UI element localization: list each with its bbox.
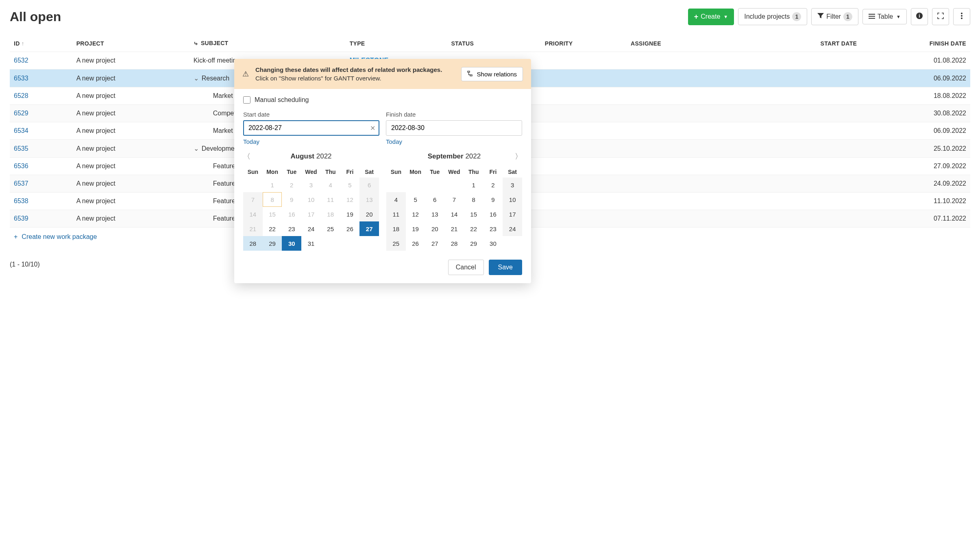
manual-scheduling-toggle[interactable]: Manual scheduling [243,96,522,104]
calendar-day[interactable]: 3 [301,178,321,192]
view-mode-button[interactable]: Table ▼ [862,9,907,24]
save-button[interactable]: Save [489,260,522,275]
col-priority[interactable]: PRIORITY [541,35,627,52]
calendar-day[interactable]: 18 [386,221,406,236]
calendar-day[interactable]: 8 [263,192,282,207]
calendar-day[interactable]: 30 [282,236,301,251]
manual-scheduling-checkbox[interactable] [243,96,250,104]
calendar-day[interactable]: 6 [359,178,379,192]
work-package-id-link[interactable]: 6528 [14,92,28,99]
calendar-day[interactable]: 26 [406,236,425,251]
clear-start-icon[interactable]: ✕ [370,124,375,132]
more-button[interactable] [953,8,970,25]
calendar-day[interactable]: 27 [425,236,444,251]
cancel-button[interactable]: Cancel [448,260,484,275]
calendar-day[interactable]: 15 [263,207,282,221]
calendar-day[interactable]: 25 [386,236,406,251]
calendar-day[interactable]: 11 [321,192,340,207]
calendar-day[interactable]: 14 [243,207,263,221]
calendar-day[interactable]: 17 [503,207,522,221]
calendar-day[interactable]: 14 [444,207,464,221]
prev-month-icon[interactable]: 〈 [243,152,250,161]
start-today-link[interactable]: Today [243,138,259,145]
calendar-day[interactable]: 9 [483,192,503,207]
chevron-down-icon[interactable]: ⌄ [194,74,199,82]
calendar-day[interactable]: 16 [483,207,503,221]
col-finish-date[interactable]: FINISH DATE [861,35,970,52]
calendar-day[interactable]: 30 [483,236,503,251]
calendar-day[interactable]: 21 [243,221,263,236]
calendar-day[interactable]: 19 [340,207,360,221]
calendar-day[interactable]: 28 [243,236,263,251]
calendar-day[interactable]: 7 [444,192,464,207]
calendar-day[interactable]: 4 [321,178,340,192]
include-projects-button[interactable]: Include projects 1 [738,8,807,25]
col-project[interactable]: PROJECT [72,35,189,52]
calendar-day[interactable]: 24 [301,221,321,236]
calendar-day[interactable]: 3 [503,178,522,192]
calendar-day[interactable]: 12 [340,192,360,207]
calendar-day[interactable]: 13 [359,192,379,207]
col-type[interactable]: TYPE [346,35,447,52]
calendar-day[interactable]: 10 [503,192,522,207]
show-relations-button[interactable]: Show relations [461,67,523,81]
finish-date-input[interactable] [386,120,522,136]
calendar-day[interactable]: 23 [282,221,301,236]
calendar-day[interactable]: 11 [386,207,406,221]
calendar-day[interactable]: 17 [301,207,321,221]
next-month-icon[interactable]: 〉 [515,152,522,161]
calendar-day[interactable]: 10 [301,192,321,207]
calendar-day[interactable]: 16 [282,207,301,221]
calendar-day[interactable]: 22 [464,221,483,236]
work-package-id-link[interactable]: 6538 [14,197,28,204]
calendar-day[interactable]: 20 [425,221,444,236]
calendar-day[interactable]: 18 [321,207,340,221]
filter-button[interactable]: Filter 1 [811,8,858,25]
col-subject[interactable]: ⤷SUBJECT [189,35,346,52]
calendar-day[interactable]: 26 [340,221,360,236]
calendar-day[interactable]: 7 [243,192,263,207]
calendar-day[interactable]: 24 [503,221,522,236]
calendar-day[interactable]: 1 [464,178,483,192]
calendar-day[interactable]: 21 [444,221,464,236]
calendar-day[interactable]: 19 [406,221,425,236]
calendar-day[interactable]: 2 [483,178,503,192]
work-package-id-link[interactable]: 6539 [14,215,28,222]
col-status[interactable]: STATUS [447,35,540,52]
col-id[interactable]: ID↑ [10,35,72,52]
work-package-id-link[interactable]: 6529 [14,110,28,117]
calendar-day[interactable]: 1 [263,178,282,192]
work-package-id-link[interactable]: 6535 [14,145,28,152]
calendar-day[interactable]: 12 [406,207,425,221]
calendar-day[interactable]: 25 [321,221,340,236]
finish-today-link[interactable]: Today [386,138,402,145]
calendar-day[interactable]: 15 [464,207,483,221]
calendar-day[interactable]: 5 [340,178,360,192]
calendar-day[interactable]: 5 [406,192,425,207]
calendar-day[interactable]: 8 [464,192,483,207]
work-package-id-link[interactable]: 6532 [14,57,28,64]
calendar-day[interactable]: 23 [483,221,503,236]
fullscreen-button[interactable] [932,8,949,25]
col-assignee[interactable]: ASSIGNEE [627,35,751,52]
calendar-day[interactable]: 22 [263,221,282,236]
create-button[interactable]: + Create ▼ [688,9,734,25]
calendar-day[interactable]: 29 [464,236,483,251]
info-button[interactable]: i [911,8,928,25]
work-package-id-link[interactable]: 6534 [14,127,28,134]
start-date-input[interactable] [243,120,379,136]
work-package-id-link[interactable]: 6537 [14,180,28,187]
calendar-day[interactable]: 29 [263,236,282,251]
calendar-day[interactable]: 6 [425,192,444,207]
calendar-day[interactable]: 13 [425,207,444,221]
chevron-down-icon[interactable]: ⌄ [194,145,199,152]
calendar-day[interactable]: 31 [301,236,321,251]
col-start-date[interactable]: START DATE [751,35,861,52]
calendar-day[interactable]: 2 [282,178,301,192]
calendar-day[interactable]: 28 [444,236,464,251]
calendar-day[interactable]: 9 [282,192,301,207]
work-package-id-link[interactable]: 6536 [14,163,28,169]
calendar-day[interactable]: 4 [386,192,406,207]
work-package-id-link[interactable]: 6533 [14,75,28,82]
calendar-day[interactable]: 20 [359,207,379,221]
